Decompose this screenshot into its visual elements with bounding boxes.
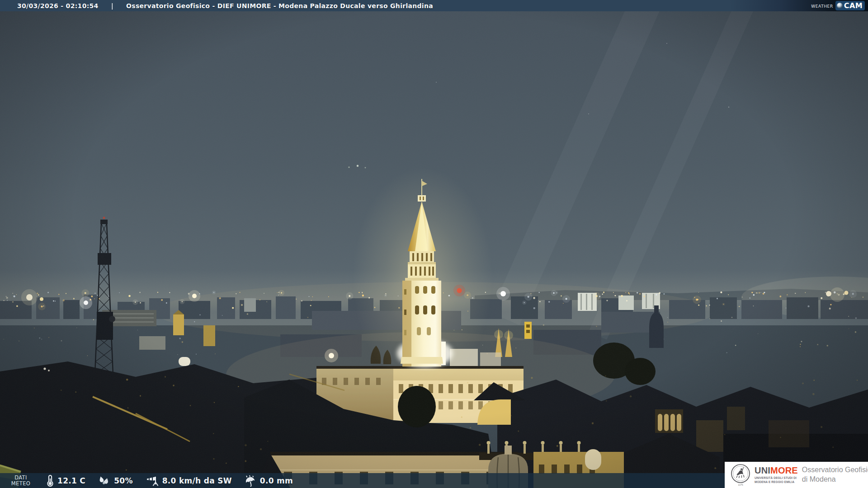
wordmark-uni: UNI [755,465,770,475]
weathercam-watermark: Weather CAM [811,0,865,11]
camera-title: Osservatorio Geofisico - DIEF UNIMORE - … [126,2,433,9]
humidity-value: 50% [114,476,133,485]
humidity-reading: 50% [98,475,133,486]
temperature-value: 12.1 C [57,476,85,485]
globe-icon [837,3,843,9]
wind-reading: 8.0 km/h da SW [145,475,232,487]
seal-year: 1175 [738,483,743,486]
separator: | [111,2,113,9]
sensor-grain [0,0,868,488]
weathercam-word-weather: Weather [811,2,833,9]
umbrella-rain-icon [244,475,256,487]
humidity-icon [98,475,110,486]
temperature-reading: 12.1 C [47,474,85,487]
rain-value: 0.0 mm [260,476,293,485]
wind-value: 8.0 km/h da SW [162,476,232,485]
windsock-icon [145,475,159,487]
unimore-logo-box: 1175 UNIMORE UNIVERSITÀ DEGLI STUDI DI M… [725,462,868,488]
unimore-wordmark: UNIMORE UNIVERSITÀ DEGLI STUDI DI MODENA… [755,466,798,484]
timestamp: 30/03/2026 - 02:10:54 [17,2,99,9]
unimore-seal-icon: 1175 [730,462,751,488]
webcam-frame: 30/03/2026 - 02:10:54 | Osservatorio Geo… [0,0,868,488]
thermometer-icon [47,474,54,487]
timestamp-bar: 30/03/2026 - 02:10:54 | Osservatorio Geo… [0,0,868,11]
observatory-name: Osservatorio Geofisico di Modena [802,465,868,484]
rain-reading: 0.0 mm [244,475,293,487]
webcam-photo [0,0,868,488]
weather-data-label: DATI METEO [7,475,34,486]
university-subtitle: UNIVERSITÀ DEGLI STUDI DI MODENA E REGGI… [755,476,798,484]
wordmark-more: MORE [770,465,798,475]
weathercam-word-cam: CAM [844,1,863,10]
weathercam-badge: CAM [835,1,865,10]
